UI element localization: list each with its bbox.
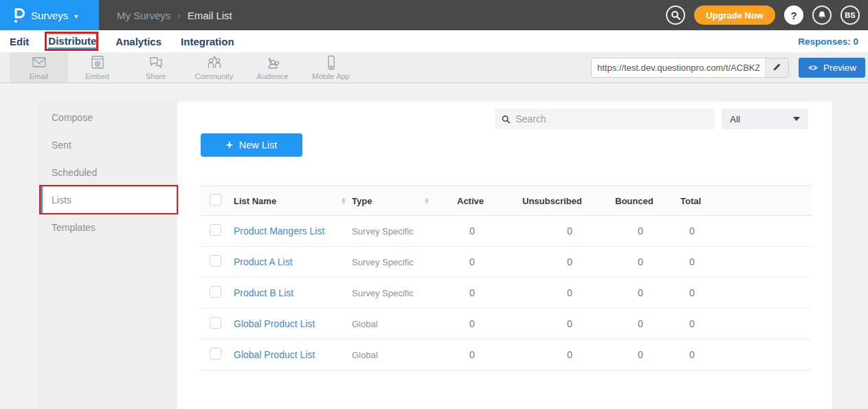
email-sidebar: Compose Sent Scheduled Lists Templates	[40, 102, 177, 409]
search-button[interactable]	[666, 5, 685, 25]
sidebar-item-scheduled[interactable]: Scheduled	[40, 159, 177, 186]
survey-url-input[interactable]	[592, 58, 765, 77]
list-type: Global	[352, 319, 378, 329]
community-icon	[205, 55, 223, 70]
row-checkbox[interactable]	[210, 255, 221, 267]
preview-button-label: Preview	[823, 63, 856, 73]
list-search-box	[495, 109, 715, 129]
toolbar-item-label: Email	[30, 72, 49, 80]
total-count: 0	[677, 225, 812, 236]
breadcrumb-my-surveys[interactable]: My Surveys	[117, 10, 170, 21]
responses-count[interactable]: Responses: 0	[798, 36, 858, 47]
email-lists-panel: Compose Sent Scheduled Lists Templates A…	[40, 102, 832, 409]
column-unsubscribed: Unsubscribed	[519, 196, 612, 206]
list-type-filter[interactable]: All	[722, 109, 808, 129]
active-count: 0	[450, 287, 519, 298]
eye-icon	[808, 64, 819, 71]
breadcrumb-current: Email List	[188, 10, 232, 21]
plus-icon: +	[226, 138, 233, 152]
search-icon	[502, 115, 510, 124]
total-count: 0	[677, 318, 812, 329]
preview-button[interactable]: Preview	[799, 58, 865, 78]
email-lists-table: List Name ▲▼ Type ▲▼ Active Unsubscribed…	[199, 186, 812, 371]
survey-url-group: Preview	[591, 52, 868, 82]
bounced-count: 0	[612, 318, 677, 329]
unsubscribed-count: 0	[519, 349, 612, 360]
new-list-button-label: New List	[239, 140, 278, 151]
email-icon	[31, 55, 47, 70]
header-actions: Upgrade Now ? BS	[666, 5, 868, 25]
breadcrumb: My Surveys › Email List	[117, 10, 232, 21]
sidebar-item-templates[interactable]: Templates	[40, 214, 177, 241]
row-checkbox[interactable]	[210, 317, 221, 329]
row-checkbox[interactable]	[210, 348, 221, 360]
toolbar-item-label: Audience	[257, 72, 289, 80]
edit-url-button[interactable]	[765, 58, 788, 77]
filter-row: All	[177, 109, 832, 129]
column-active: Active	[450, 196, 519, 206]
toolbar-item-email[interactable]: Email	[10, 52, 68, 82]
survey-tab-nav: Edit Distribute Analytics Integration Re…	[0, 30, 868, 52]
toolbar-item-audience[interactable]: Audience	[243, 52, 302, 82]
select-all-checkbox[interactable]	[210, 194, 221, 206]
sidebar-item-sent[interactable]: Sent	[40, 131, 177, 159]
unsubscribed-count: 0	[519, 256, 612, 267]
toolbar-item-community[interactable]: Community	[185, 52, 243, 82]
filter-selected-value: All	[730, 114, 740, 124]
table-row: Product B List Survey Specific 0 0 0 0	[199, 278, 812, 309]
toolbar-item-label: Mobile App	[312, 72, 349, 80]
search-icon	[671, 10, 680, 20]
list-name-link[interactable]: Global Product List	[234, 318, 315, 329]
total-count: 0	[677, 349, 812, 360]
total-count: 0	[677, 287, 812, 298]
active-count: 0	[450, 256, 519, 267]
tab-integration[interactable]: Integration	[181, 34, 234, 48]
toolbar-item-embed[interactable]: Embed	[68, 52, 126, 82]
search-input[interactable]	[515, 113, 708, 124]
tab-analytics[interactable]: Analytics	[115, 34, 162, 48]
bounced-count: 0	[612, 349, 677, 360]
column-type: Type	[352, 196, 372, 206]
table-header-row: List Name ▲▼ Type ▲▼ Active Unsubscribed…	[199, 186, 812, 216]
list-name-link[interactable]: Product A List	[234, 256, 293, 267]
mobile-app-icon	[323, 55, 340, 70]
avatar[interactable]: BS	[841, 5, 860, 25]
toolbar-item-share[interactable]: Share	[126, 52, 185, 82]
bounced-count: 0	[612, 256, 677, 267]
bounced-count: 0	[612, 287, 677, 298]
row-checkbox[interactable]	[210, 224, 221, 236]
list-name-link[interactable]: Product B List	[234, 287, 293, 298]
sort-icon[interactable]: ▲▼	[341, 197, 346, 204]
chevron-down-icon	[793, 117, 800, 121]
survey-url-wrap	[591, 58, 789, 78]
toolbar-item-mobile-app[interactable]: Mobile App	[302, 52, 360, 82]
sidebar-item-compose[interactable]: Compose	[40, 104, 177, 131]
column-list-name: List Name	[234, 196, 276, 206]
new-list-button[interactable]: + New List	[201, 133, 302, 157]
list-name-link[interactable]: Global Product List	[234, 349, 315, 360]
list-type: Survey Specific	[352, 288, 414, 298]
embed-icon	[89, 55, 106, 70]
list-type: Survey Specific	[352, 257, 414, 267]
app-header: Surveys ▾ My Surveys › Email List Upgrad…	[0, 0, 868, 30]
total-count: 0	[677, 256, 812, 267]
tab-distribute[interactable]: Distribute	[48, 34, 96, 49]
distribute-toolbar: Email Embed Share Community A	[0, 52, 868, 83]
tab-edit[interactable]: Edit	[10, 34, 29, 48]
sort-icon[interactable]: ▲▼	[424, 197, 430, 204]
product-switcher[interactable]: Surveys ▾	[0, 0, 99, 30]
upgrade-now-button[interactable]: Upgrade Now	[694, 5, 775, 25]
toolbar-item-label: Embed	[85, 72, 109, 80]
page-body: Compose Sent Scheduled Lists Templates A…	[0, 83, 868, 409]
list-name-link[interactable]: Product Mangers List	[234, 225, 324, 236]
active-count: 0	[450, 318, 519, 329]
row-checkbox[interactable]	[210, 286, 221, 298]
column-bounced: Bounced	[612, 196, 677, 206]
chevron-down-icon: ▾	[74, 12, 78, 20]
sidebar-item-lists[interactable]: Lists	[40, 186, 177, 214]
notifications-button[interactable]	[812, 5, 832, 25]
help-button[interactable]: ?	[784, 5, 803, 25]
table-row: Global Product List Global 0 0 0 0	[199, 309, 812, 340]
toolbar-item-label: Community	[195, 72, 234, 80]
unsubscribed-count: 0	[519, 225, 612, 236]
